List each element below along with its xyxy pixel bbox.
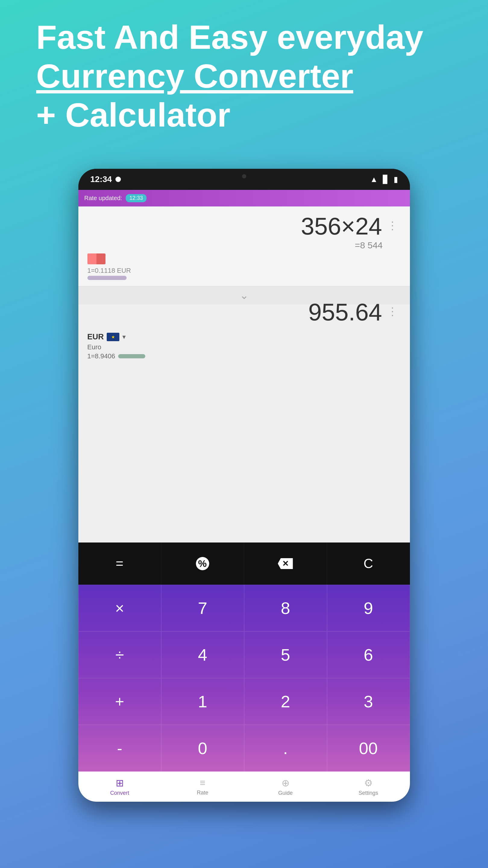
bottom-nav: ⊞ Convert ≡ Rate ⊕ Guide ⚙ Settings <box>79 772 410 802</box>
sub-result: =8 544 <box>87 240 401 253</box>
rate-updated-label: Rate updated: <box>84 195 122 202</box>
key-6[interactable]: 6 <box>327 631 410 678</box>
bottom-amount-row: 955.64 ⋮ <box>87 299 401 332</box>
multiply-button[interactable]: × <box>79 585 161 631</box>
key-00[interactable]: 00 <box>327 725 410 772</box>
key-7[interactable]: 7 <box>161 585 244 631</box>
operator-row: = % ✕ C <box>79 542 410 585</box>
percent-button[interactable]: % <box>161 542 244 585</box>
bottom-more-icon[interactable]: ⋮ <box>387 305 398 318</box>
key-0[interactable]: 0 <box>161 725 244 772</box>
nav-settings-label: Settings <box>358 790 378 796</box>
status-icons: ▲ ▊ ▮ <box>370 175 398 184</box>
nav-convert-label: Convert <box>110 790 129 796</box>
plus-button[interactable]: + <box>79 678 161 725</box>
key-8[interactable]: 8 <box>244 585 327 631</box>
key-decimal[interactable]: . <box>244 725 327 772</box>
divide-button[interactable]: ÷ <box>79 631 161 678</box>
headline-line1: Fast And Easy everyday <box>36 18 452 57</box>
settings-icon: ⚙ <box>364 777 373 789</box>
currency-selector-top[interactable] <box>87 253 401 264</box>
minus-button[interactable]: - <box>79 725 161 772</box>
currency-dropdown-arrow[interactable]: ▾ <box>122 333 126 341</box>
top-rate-bar <box>87 276 127 280</box>
app-area: Rate updated: 12:33 356×24 ⋮ =8 544 <box>79 190 410 802</box>
key-3[interactable]: 3 <box>327 678 410 725</box>
currency-selector-bottom[interactable]: EUR ▾ <box>87 332 401 341</box>
numpad: × 7 8 9 ÷ 4 5 6 + 1 2 3 - 0 . 00 <box>79 585 410 772</box>
calculator-area: = % ✕ C × 7 8 9 ÷ <box>79 542 410 802</box>
bottom-rate-text: 1=8.9406 <box>87 352 115 360</box>
tablet-camera <box>242 174 246 179</box>
convert-icon: ⊞ <box>116 777 124 789</box>
nav-guide-label: Guide <box>278 790 293 796</box>
app-top-bar: Rate updated: 12:33 <box>79 190 410 207</box>
key-1[interactable]: 1 <box>161 678 244 725</box>
top-flag <box>87 253 105 264</box>
battery-icon: ▮ <box>394 175 398 184</box>
backspace-icon: ✕ <box>278 558 293 569</box>
rate-time-badge: 12:33 <box>126 194 147 202</box>
nav-guide[interactable]: ⊕ Guide <box>244 777 327 796</box>
tablet-device: 12:34 ▲ ▊ ▮ Rate updated: 12:33 356×24 <box>79 169 410 802</box>
currency-row-bottom: 955.64 ⋮ EUR ▾ Euro 1=8.9406 <box>79 304 410 542</box>
headline-line2: Currency Converter <box>36 57 452 96</box>
key-5[interactable]: 5 <box>244 631 327 678</box>
key-2[interactable]: 2 <box>244 678 327 725</box>
key-4[interactable]: 4 <box>161 631 244 678</box>
alarm-icon <box>116 177 121 182</box>
currency-name: Euro <box>87 343 401 351</box>
app-headline: Fast And Easy everyday Currency Converte… <box>36 18 452 134</box>
backspace-button[interactable]: ✕ <box>244 542 327 585</box>
wifi-icon: ▲ <box>370 175 378 184</box>
equals-button[interactable]: = <box>79 542 161 585</box>
key-9[interactable]: 9 <box>327 585 410 631</box>
currency-area: 356×24 ⋮ =8 544 1=0.1118 EUR ⌄ <box>79 207 410 542</box>
clear-button[interactable]: C <box>327 542 410 585</box>
bottom-amount: 955.64 <box>308 299 382 326</box>
top-expression: 356×24 <box>301 213 382 240</box>
top-more-icon[interactable]: ⋮ <box>387 219 398 232</box>
eur-flag <box>107 333 119 341</box>
nav-settings[interactable]: ⚙ Settings <box>327 777 410 796</box>
currency-row-top: 356×24 ⋮ =8 544 1=0.1118 EUR <box>79 207 410 286</box>
bottom-rate-bar <box>118 354 145 358</box>
currency-code: EUR <box>87 332 104 341</box>
nav-convert[interactable]: ⊞ Convert <box>79 777 161 796</box>
headline-line3: + Calculator <box>36 96 452 135</box>
top-rate: 1=0.1118 EUR <box>87 267 401 275</box>
rate-icon: ≡ <box>200 777 206 788</box>
guide-icon: ⊕ <box>281 777 289 789</box>
nav-rate[interactable]: ≡ Rate <box>161 777 244 796</box>
top-amount-row: 356×24 ⋮ <box>87 213 401 240</box>
signal-icon: ▊ <box>383 175 389 184</box>
nav-rate-label: Rate <box>197 789 208 796</box>
status-bar: 12:34 ▲ ▊ ▮ <box>79 169 410 190</box>
device-time: 12:34 <box>90 175 121 184</box>
